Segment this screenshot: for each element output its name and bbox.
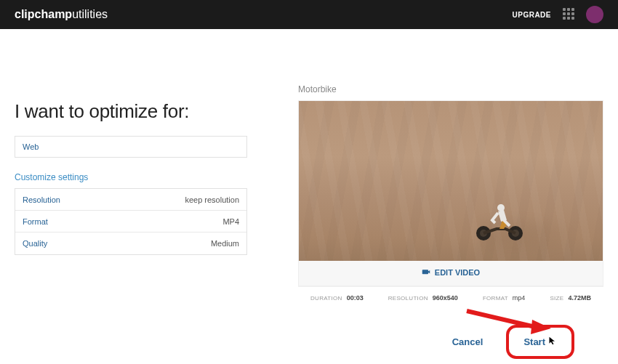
start-button[interactable]: Start: [512, 329, 569, 355]
cursor-icon: [548, 336, 557, 347]
settings-panel: I want to optimize for: Web Customize se…: [15, 51, 247, 355]
meta-size: SIZE4.72MB: [550, 294, 591, 302]
edit-video-label: EDIT VIDEO: [435, 268, 480, 277]
edit-video-button[interactable]: EDIT VIDEO: [422, 268, 480, 277]
setting-label: Quality: [23, 239, 47, 248]
brand-logo: clipchamputilities: [15, 8, 108, 21]
optimize-title: I want to optimize for:: [15, 100, 247, 123]
action-row: Cancel Start: [298, 307, 603, 355]
brand-bold: clipchamp: [15, 8, 72, 20]
meta-duration: DURATION00:03: [310, 294, 364, 302]
setting-value: Medium: [211, 239, 239, 248]
video-name: Motorbike: [298, 84, 603, 94]
app-header: clipchamputilities UPGRADE: [0, 0, 618, 29]
video-panel: Motorbike: [298, 51, 603, 355]
optimize-target-value: Web: [23, 142, 39, 151]
setting-label: Resolution: [23, 195, 60, 204]
apps-grid-icon[interactable]: [563, 8, 576, 21]
edit-icon: [422, 268, 430, 277]
avatar[interactable]: [586, 6, 603, 23]
video-card: EDIT VIDEO: [298, 100, 603, 286]
meta-resolution: RESOLUTION960x540: [388, 294, 458, 302]
setting-label: Format: [23, 217, 48, 226]
motorbike-graphic: [472, 198, 530, 242]
setting-format[interactable]: Format MP4: [15, 211, 246, 232]
start-label: Start: [523, 336, 545, 347]
customize-heading: Customize settings: [15, 172, 247, 182]
svg-point-4: [497, 204, 505, 211]
brand-light: utilities: [72, 8, 108, 20]
upgrade-button[interactable]: UPGRADE: [512, 11, 551, 19]
setting-resolution[interactable]: Resolution keep resolution: [15, 189, 246, 211]
svg-rect-5: [422, 270, 428, 274]
meta-format: FORMATmp4: [483, 294, 526, 302]
setting-quality[interactable]: Quality Medium: [15, 232, 246, 254]
settings-list: Resolution keep resolution Format MP4 Qu…: [15, 188, 247, 255]
video-thumbnail[interactable]: [299, 101, 603, 261]
setting-value: MP4: [222, 217, 239, 226]
optimize-target-select[interactable]: Web: [15, 136, 247, 158]
video-meta: DURATION00:03 RESOLUTION960x540 FORMATmp…: [298, 286, 603, 307]
cancel-button[interactable]: Cancel: [452, 336, 483, 347]
setting-value: keep resolution: [185, 195, 239, 204]
